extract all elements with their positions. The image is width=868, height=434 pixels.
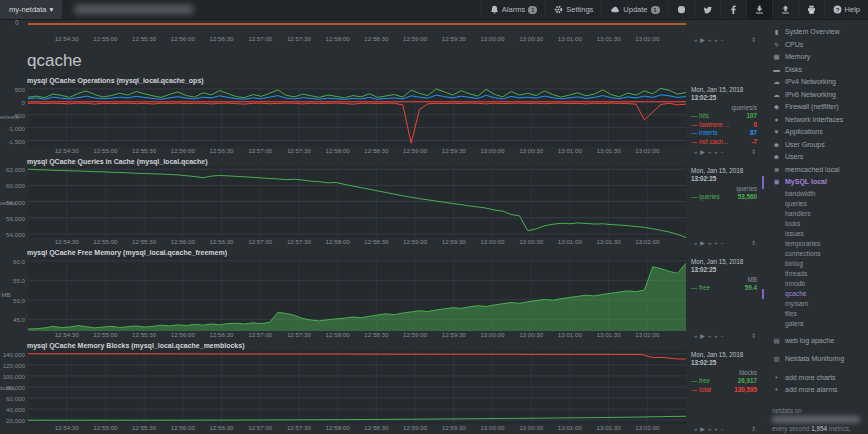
sidebar-item-galera[interactable]: galera: [772, 319, 865, 329]
sidebar-item-handlers[interactable]: handlers: [772, 209, 865, 219]
resize-icon[interactable]: ⇕: [751, 425, 756, 433]
print-button[interactable]: [798, 0, 824, 19]
my-netdata-menu[interactable]: my-netdata ▾: [0, 0, 62, 19]
zoom-out-icon[interactable]: −: [721, 148, 725, 156]
users-icon: ☻: [772, 139, 781, 152]
sidebar-item-add-more-alarms[interactable]: +add more alarms: [772, 384, 865, 397]
legend-entry-free[interactable]: — free26,917: [691, 377, 760, 386]
sidebar-item-system-overview[interactable]: ▮System Overview: [772, 26, 865, 39]
sidebar-item-ipv4-networking[interactable]: ☁IPv4 Networking: [772, 76, 865, 89]
zoom-in-icon[interactable]: +: [714, 148, 718, 156]
resize-icon[interactable]: ⇕: [751, 332, 756, 340]
pan-forward-icon[interactable]: »: [708, 332, 711, 340]
sidebar-item-temporaries[interactable]: temporaries: [772, 239, 865, 249]
sidebar-item-cpus[interactable]: ϟCPUs: [772, 39, 865, 52]
sidebar-item-issues[interactable]: issues: [772, 229, 865, 239]
sidebar-item-mysql-local[interactable]: ≣MySQL local: [762, 176, 865, 189]
chart-plot[interactable]: [28, 257, 686, 331]
import-snapshot-button[interactable]: [772, 0, 798, 19]
zoom-in-icon[interactable]: +: [714, 36, 718, 44]
sidebar-item-qcache[interactable]: qcache: [762, 289, 865, 299]
zoom-out-icon[interactable]: −: [721, 332, 725, 340]
facebook-button[interactable]: [720, 0, 746, 19]
pan-backward-icon[interactable]: «: [694, 148, 697, 156]
legend-series-value: 87: [750, 129, 757, 138]
zoom-out-icon[interactable]: −: [721, 239, 725, 247]
sidebar-item-myisam[interactable]: myisam: [772, 299, 865, 309]
play-icon[interactable]: ▶: [700, 36, 705, 44]
pan-forward-icon[interactable]: »: [708, 36, 711, 44]
sidebar-item-disks[interactable]: ▬Disks: [772, 64, 865, 77]
sidebar-item-locks[interactable]: locks: [772, 219, 865, 229]
chart-plot[interactable]: [28, 350, 686, 424]
play-icon[interactable]: ▶: [700, 332, 705, 340]
sidebar-item-queries[interactable]: queries: [772, 199, 865, 209]
sidebar-item-innodb[interactable]: innodb: [772, 279, 865, 289]
sidebar-item-ipv6-networking[interactable]: ☁IPv6 Networking: [772, 89, 865, 102]
x-axis-label: 12:56:30: [209, 35, 233, 42]
cloud-icon: ☁: [772, 89, 781, 102]
sidebar-item-binlog[interactable]: binlog: [772, 259, 865, 269]
zoom-out-icon[interactable]: −: [721, 425, 725, 433]
legend-entry-total[interactable]: — total130,595: [691, 386, 760, 395]
pan-backward-icon[interactable]: «: [694, 425, 697, 433]
hostname-blurred[interactable]: [74, 5, 194, 14]
pan-backward-icon[interactable]: «: [694, 36, 697, 44]
sidebar-item-firewall-netfilter-[interactable]: ◆Firewall (netfilter): [772, 101, 865, 114]
x-axis-label: 13:01:30: [597, 238, 621, 245]
y-axis-label: 60,000: [6, 182, 25, 189]
sidebar-item-add-more-charts[interactable]: +add more charts: [772, 372, 865, 385]
pan-forward-icon[interactable]: »: [708, 425, 711, 433]
pan-backward-icon[interactable]: «: [694, 239, 697, 247]
sidebar-item-user-groups[interactable]: ☻User Groups: [772, 139, 865, 152]
sidebar-item-applications[interactable]: ♥Applications: [772, 126, 865, 139]
sidebar-item-threads[interactable]: threads: [772, 269, 865, 279]
github-button[interactable]: [668, 0, 694, 19]
sidebar-item-memory[interactable]: ▦Memory: [772, 51, 865, 64]
legend-entry-lowmem-[interactable]: — lowmem ...0: [691, 121, 760, 130]
pan-backward-icon[interactable]: «: [694, 332, 697, 340]
zoom-in-icon[interactable]: +: [714, 425, 718, 433]
legend-entry-free[interactable]: — free59.4: [691, 284, 760, 293]
pan-forward-icon[interactable]: »: [708, 148, 711, 156]
play-icon[interactable]: ▶: [700, 148, 705, 156]
sidebar-item-netdata-monitoring[interactable]: ▥Netdata Monitoring: [772, 353, 865, 366]
chart-plot[interactable]: [28, 166, 686, 238]
alarms-button[interactable]: Alarms 1: [481, 0, 545, 19]
sidebar-item-label: myisam: [785, 300, 808, 307]
sidebar-item-files[interactable]: files: [772, 309, 865, 319]
play-icon[interactable]: ▶: [700, 425, 705, 433]
export-snapshot-button[interactable]: [746, 0, 772, 19]
sidebar-item-web-log-apache[interactable]: ▤web log apache: [772, 335, 865, 348]
legend-entry-hits[interactable]: — hits107: [691, 112, 760, 121]
sidebar-item-bandwidth[interactable]: bandwidth: [772, 189, 865, 199]
previous-chart-line: [28, 23, 686, 25]
sidebar-item-connections[interactable]: connections: [772, 249, 865, 259]
help-button[interactable]: ? Help: [824, 0, 868, 19]
sidebar-item-network-interfaces[interactable]: ♦Network Interfaces: [772, 114, 865, 127]
pan-forward-icon[interactable]: »: [708, 239, 711, 247]
zoom-in-icon[interactable]: +: [714, 239, 718, 247]
legend-entry-inserts[interactable]: — inserts87: [691, 129, 760, 138]
legend-entry-queries[interactable]: — queries53,560: [691, 193, 760, 202]
legend-entry-not-cach-[interactable]: — not cach...-7: [691, 138, 760, 147]
resize-icon[interactable]: ⇕: [751, 239, 756, 247]
resize-icon[interactable]: ⇕: [751, 148, 756, 156]
zoom-in-icon[interactable]: +: [714, 332, 718, 340]
sidebar-item-label: memcached local: [785, 164, 839, 177]
x-axis-label: 12:57:30: [287, 238, 311, 245]
footer-line: netdata on: [772, 406, 865, 415]
chart-plot[interactable]: [28, 85, 686, 147]
sidebar-item-label: User Groups: [785, 139, 825, 152]
settings-button[interactable]: Settings: [545, 0, 601, 19]
y-axis-label: 60,000: [6, 395, 25, 402]
question-icon: ?: [833, 5, 842, 14]
twitter-button[interactable]: [694, 0, 720, 19]
zoom-out-icon[interactable]: −: [721, 36, 725, 44]
play-icon[interactable]: ▶: [700, 239, 705, 247]
sidebar-item-users[interactable]: ☻Users: [772, 151, 865, 164]
update-button[interactable]: Update 1: [601, 0, 667, 19]
resize-icon[interactable]: ⇕: [751, 36, 756, 44]
sidebar-item-memcached-local[interactable]: ≣memcached local: [772, 164, 865, 177]
plus-icon: +: [772, 372, 781, 385]
